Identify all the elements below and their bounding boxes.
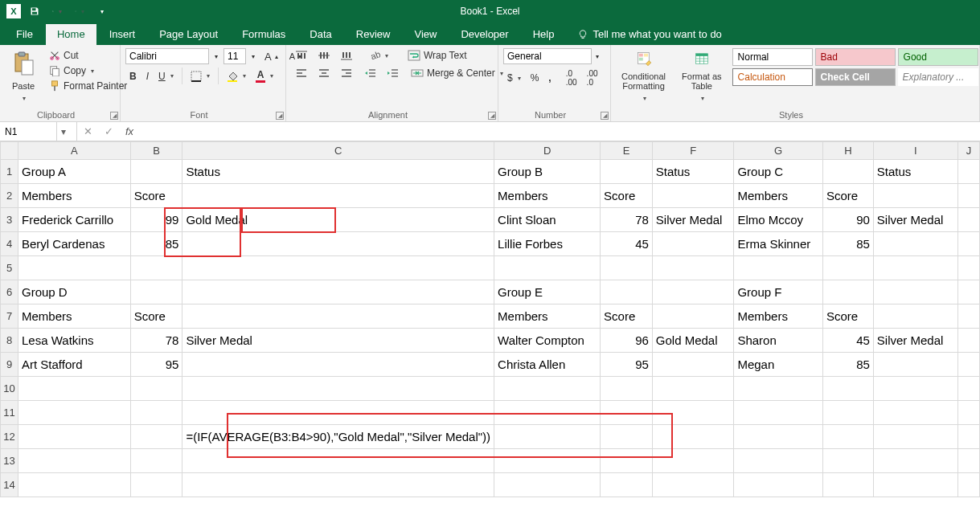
cell-B2[interactable]: Score — [130, 184, 182, 208]
row-header-9[interactable]: 9 — [1, 353, 18, 377]
cell-G14[interactable] — [734, 473, 823, 497]
cell-J11[interactable] — [957, 401, 979, 425]
cell-C13[interactable] — [182, 449, 494, 473]
cell-F13[interactable] — [652, 449, 734, 473]
align-top[interactable] — [291, 48, 312, 63]
font-name-combo[interactable] — [125, 48, 209, 64]
cell-G3[interactable]: Elmo Mccoy — [734, 208, 823, 232]
cell-G11[interactable] — [734, 401, 823, 425]
cell-A9[interactable]: Art Stafford — [18, 353, 131, 377]
cell-B9[interactable]: 95 — [130, 353, 182, 377]
cell-J5[interactable] — [957, 256, 979, 280]
col-header-E[interactable]: E — [601, 142, 653, 160]
grow-font-button[interactable]: A▴ — [260, 48, 282, 64]
cell-F14[interactable] — [652, 473, 734, 497]
row-header-7[interactable]: 7 — [1, 304, 18, 329]
cell-J9[interactable] — [957, 353, 979, 377]
cell-F5[interactable] — [652, 256, 734, 280]
conditional-formatting-button[interactable]: Conditional Formatting — [616, 48, 671, 106]
cell-G5[interactable] — [734, 256, 823, 280]
cell-G1[interactable]: Group C — [734, 160, 823, 184]
cell-J13[interactable] — [957, 449, 979, 473]
cell-F6[interactable] — [652, 280, 734, 304]
cell-E8[interactable]: 96 — [601, 329, 653, 353]
font-size-dd[interactable]: ▾ — [249, 48, 257, 64]
cell-I8[interactable]: Silver Medal — [873, 329, 957, 353]
cell-C1[interactable]: Status — [182, 160, 494, 184]
cell-I9[interactable] — [873, 353, 957, 377]
align-right[interactable] — [336, 66, 357, 80]
cell-J3[interactable] — [957, 208, 979, 232]
copy-button[interactable]: Copy — [45, 63, 131, 78]
row-header-11[interactable]: 11 — [1, 401, 18, 425]
cell-H8[interactable]: 45 — [822, 329, 873, 353]
cell-I7[interactable] — [873, 304, 957, 329]
cell-C2[interactable] — [182, 184, 494, 208]
row-header-6[interactable]: 6 — [1, 280, 18, 304]
cell-B7[interactable]: Score — [130, 304, 182, 329]
cell-C4[interactable] — [182, 232, 494, 256]
cell-B14[interactable] — [130, 473, 182, 497]
increase-indent[interactable] — [383, 66, 404, 80]
cell-D11[interactable] — [494, 401, 601, 425]
cell-A12[interactable] — [18, 425, 131, 449]
cell-A10[interactable] — [18, 377, 131, 401]
qat-customize[interactable]: ▾ — [93, 2, 111, 20]
tab-help[interactable]: Help — [522, 24, 566, 45]
cell-C6[interactable] — [182, 280, 494, 304]
align-middle[interactable] — [314, 48, 334, 63]
cell-B1[interactable] — [130, 160, 182, 184]
cell-D14[interactable] — [494, 473, 601, 497]
cell-C11[interactable] — [182, 401, 494, 425]
cell-D13[interactable] — [494, 449, 601, 473]
cell-A7[interactable]: Members — [18, 304, 131, 329]
cell-B10[interactable] — [130, 377, 182, 401]
cell-I14[interactable] — [873, 473, 957, 497]
cell-B6[interactable] — [130, 280, 182, 304]
tab-view[interactable]: View — [403, 24, 448, 45]
format-as-table-button[interactable]: Format as Table — [676, 48, 728, 106]
cell-B8[interactable]: 78 — [130, 329, 182, 353]
cell-B12[interactable] — [130, 425, 182, 449]
cell-C8[interactable]: Silver Medal — [182, 329, 494, 353]
tab-developer[interactable]: Developer — [449, 24, 519, 45]
select-all-corner[interactable] — [1, 142, 18, 160]
cell-F2[interactable] — [652, 184, 734, 208]
cell-I3[interactable]: Silver Medal — [873, 208, 957, 232]
cell-F7[interactable] — [652, 304, 734, 329]
cancel-formula-button[interactable]: ✕ — [77, 125, 98, 137]
col-header-B[interactable]: B — [130, 142, 182, 160]
cell-A8[interactable]: Lesa Watkins — [18, 329, 131, 353]
cell-J14[interactable] — [957, 473, 979, 497]
cell-H2[interactable]: Score — [822, 184, 873, 208]
increase-decimal[interactable]: .0.00 — [562, 67, 581, 88]
style-good[interactable]: Good — [898, 48, 978, 66]
cell-E14[interactable] — [601, 473, 653, 497]
cell-I6[interactable] — [873, 280, 957, 304]
font-color-button[interactable]: A — [252, 67, 278, 84]
decrease-indent[interactable] — [360, 66, 381, 80]
align-center[interactable] — [314, 66, 334, 80]
cell-I4[interactable] — [873, 232, 957, 256]
cell-D3[interactable]: Clint Sloan — [494, 208, 601, 232]
row-header-1[interactable]: 1 — [1, 160, 18, 184]
cell-H3[interactable]: 90 — [822, 208, 873, 232]
cell-J12[interactable] — [957, 425, 979, 449]
borders-button[interactable] — [187, 67, 214, 84]
orientation-button[interactable]: ab — [365, 48, 392, 63]
row-header-13[interactable]: 13 — [1, 449, 18, 473]
cell-E2[interactable]: Score — [601, 184, 653, 208]
tab-home[interactable]: Home — [46, 24, 96, 45]
cell-E5[interactable] — [601, 256, 653, 280]
tab-insert[interactable]: Insert — [98, 24, 147, 45]
cell-H6[interactable] — [822, 280, 873, 304]
cell-A13[interactable] — [18, 449, 131, 473]
cell-G10[interactable] — [734, 377, 823, 401]
cell-D6[interactable]: Group E — [494, 280, 601, 304]
cell-F1[interactable]: Status — [652, 160, 734, 184]
cell-E3[interactable]: 78 — [601, 208, 653, 232]
comma-format[interactable]: , — [544, 67, 555, 88]
cell-E11[interactable] — [601, 401, 653, 425]
cell-I13[interactable] — [873, 449, 957, 473]
paste-button[interactable]: Paste — [5, 48, 42, 106]
